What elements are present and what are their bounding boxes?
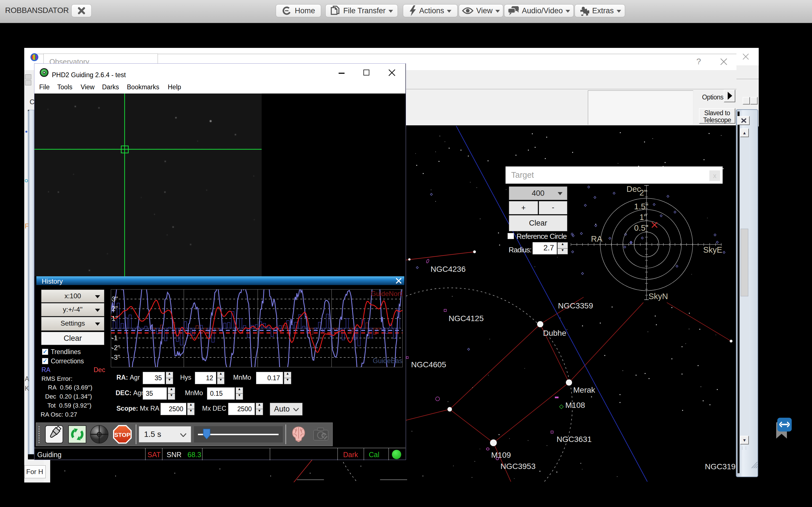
svg-text:-1: -1 [112, 334, 117, 342]
svg-text:Merak: Merak [573, 386, 596, 394]
svg-text:SkyE: SkyE [703, 245, 722, 255]
svg-text:1": 1" [640, 213, 647, 222]
svg-text:SkyN: SkyN [649, 292, 668, 301]
svg-text:RA: RA [591, 234, 603, 243]
svg-text:STOP: STOP [114, 432, 131, 438]
svg-text:M109: M109 [491, 451, 511, 459]
svg-text:NGC3953: NGC3953 [500, 462, 536, 471]
svg-text:0.5": 0.5" [634, 223, 649, 232]
svg-text:NGC4125: NGC4125 [449, 314, 484, 323]
svg-text:1": 1" [112, 315, 118, 322]
svg-text:-3": -3" [112, 353, 120, 361]
svg-text:Dec: Dec [626, 184, 641, 193]
svg-text:2": 2" [112, 305, 118, 313]
svg-text:M108: M108 [565, 401, 585, 409]
svg-text:NGC3195: NGC3195 [705, 462, 736, 471]
svg-text:Dubhe: Dubhe [543, 329, 566, 337]
svg-text:NGC4605: NGC4605 [411, 360, 446, 369]
svg-text:NGC3631: NGC3631 [557, 435, 592, 444]
svg-text:NGC4236: NGC4236 [430, 265, 466, 274]
svg-text:NGC3359: NGC3359 [558, 301, 593, 310]
svg-text:3": 3" [112, 295, 118, 303]
svg-text:-2": -2" [112, 344, 120, 351]
svg-text:GuideNorth: GuideNorth [371, 290, 403, 297]
svg-text:GuideEast: GuideEast [373, 357, 403, 364]
svg-text:2": 2" [640, 188, 647, 197]
svg-text:1.5": 1.5" [634, 202, 649, 211]
